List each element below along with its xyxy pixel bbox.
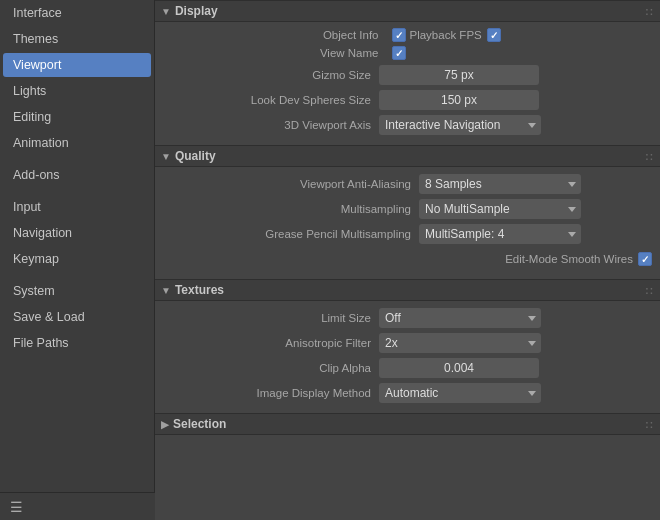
sidebar-item-input[interactable]: Input — [3, 195, 151, 219]
selection-collapse-arrow: ▶ — [161, 419, 169, 430]
gizmo-size-input[interactable] — [379, 65, 539, 85]
sidebar-item-system[interactable]: System — [3, 279, 151, 303]
sidebar-item-navigation[interactable]: Navigation — [3, 221, 151, 245]
hamburger-icon[interactable]: ☰ — [10, 499, 23, 515]
sidebar-item-save-load[interactable]: Save & Load — [3, 305, 151, 329]
viewport-axis-label: 3D Viewport Axis — [159, 119, 379, 131]
display-section-title: Display — [175, 4, 218, 18]
quality-section-content: Viewport Anti-Aliasing 8 Samples 5 Sampl… — [155, 167, 660, 279]
limit-size-label: Limit Size — [159, 312, 379, 324]
gizmo-size-label: Gizmo Size — [159, 69, 379, 81]
view-name-label: View Name — [320, 47, 387, 59]
playback-fps-label: Playback FPS — [410, 29, 482, 41]
grease-pencil-select[interactable]: MultiSample: 4 Off 2x 8x — [419, 224, 581, 244]
quality-collapse-arrow: ▼ — [161, 151, 171, 162]
view-name-checkbox[interactable] — [392, 46, 406, 60]
multisampling-label: Multisampling — [159, 203, 419, 215]
display-drag-handle: :: — [645, 6, 654, 17]
image-display-label: Image Display Method — [159, 387, 379, 399]
aniso-select[interactable]: 2x 4x 8x 16x — [379, 333, 541, 353]
image-display-select[interactable]: Automatic GLSL Nearest — [379, 383, 541, 403]
sidebar-item-viewport[interactable]: Viewport — [3, 53, 151, 77]
sidebar-item-interface[interactable]: Interface — [3, 1, 151, 25]
sidebar-item-editing[interactable]: Editing — [3, 105, 151, 129]
sidebar-item-addons[interactable]: Add-ons — [3, 163, 151, 187]
textures-section-title: Textures — [175, 283, 224, 297]
viewport-axis-select[interactable]: Interactive Navigation Fixed Axis Off — [379, 115, 541, 135]
display-section-content: Object Info Playback FPS View Name Gizmo… — [155, 22, 660, 145]
sidebar-item-keymap[interactable]: Keymap — [3, 247, 151, 271]
limit-size-select[interactable]: Off 512 1024 2048 4096 — [379, 308, 541, 328]
selection-section-header[interactable]: ▶ Selection :: — [155, 413, 660, 435]
object-info-label: Object Info — [323, 29, 387, 41]
sidebar-item-lights[interactable]: Lights — [3, 79, 151, 103]
quality-section-header[interactable]: ▼ Quality :: — [155, 145, 660, 167]
display-collapse-arrow: ▼ — [161, 6, 171, 17]
clip-alpha-label: Clip Alpha — [159, 362, 379, 374]
sidebar-item-animation[interactable]: Animation — [3, 131, 151, 155]
selection-section-title: Selection — [173, 417, 226, 431]
display-section-header[interactable]: ▼ Display :: — [155, 0, 660, 22]
playback-fps-checkbox[interactable] — [487, 28, 501, 42]
textures-collapse-arrow: ▼ — [161, 285, 171, 296]
sidebar-item-file-paths[interactable]: File Paths — [3, 331, 151, 355]
look-dev-label: Look Dev Spheres Size — [159, 94, 379, 106]
aniso-label: Anisotropic Filter — [159, 337, 379, 349]
selection-drag-handle: :: — [645, 419, 654, 430]
edit-mode-label: Edit-Mode Smooth Wires — [505, 253, 633, 265]
quality-drag-handle: :: — [645, 151, 654, 162]
edit-mode-checkbox[interactable] — [638, 252, 652, 266]
textures-section-content: Limit Size Off 512 1024 2048 4096 Anisot… — [155, 301, 660, 413]
object-info-checkbox[interactable] — [392, 28, 406, 42]
multisampling-select[interactable]: No MultiSample 2x 4x 8x — [419, 199, 581, 219]
anti-alias-label: Viewport Anti-Aliasing — [159, 178, 419, 190]
textures-drag-handle: :: — [645, 285, 654, 296]
grease-pencil-label: Grease Pencil Multisampling — [159, 228, 419, 240]
quality-section-title: Quality — [175, 149, 216, 163]
look-dev-input[interactable] — [379, 90, 539, 110]
clip-alpha-input[interactable] — [379, 358, 539, 378]
sidebar-item-themes[interactable]: Themes — [3, 27, 151, 51]
textures-section-header[interactable]: ▼ Textures :: — [155, 279, 660, 301]
anti-alias-select[interactable]: 8 Samples 5 Samples No Anti-Aliasing — [419, 174, 581, 194]
